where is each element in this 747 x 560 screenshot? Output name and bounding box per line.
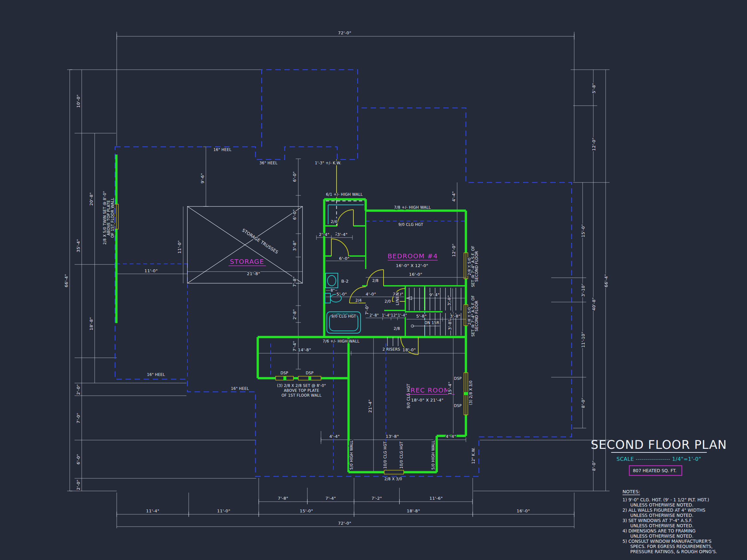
- dim-right-inner-2: 11'-10": [581, 331, 586, 347]
- dim-rec-height: 21'-4": [368, 400, 372, 413]
- note-line-3: UNLESS OTHERWISE NOTED.: [630, 513, 694, 518]
- note-line-6: 4) DIMENSIONS ARE TO FRAMING: [622, 528, 696, 533]
- dim-bottom-main-1: 11'-0": [217, 508, 231, 513]
- dim-stair-r1: 3'-8": [447, 295, 452, 305]
- dim-hallrow-2: 12": [391, 313, 398, 318]
- dimension-lines: [67, 32, 610, 528]
- dim-bath-sink: 6'-0": [339, 256, 350, 261]
- dim-right-col-3: 8'-0": [591, 460, 596, 471]
- dim-right-inner-3: 8'-0": [581, 398, 586, 408]
- drawing-title: SECOND FLOOR PLAN: [591, 438, 727, 452]
- dim-mid-2: 3'-8": [292, 240, 297, 251]
- high-wall-61-note: 6/1 +/- HIGH WALL: [326, 192, 363, 197]
- dim-left-col-2: 35'-4": [76, 239, 81, 252]
- note-line-7: UNLESS OTHERWISE NOTED.: [630, 533, 694, 539]
- dim-rec-bottom-2: 4'-4": [446, 434, 456, 439]
- clg-100a-note: 10/0 CLG HGT: [383, 441, 387, 469]
- storage-room-label: STORAGE: [230, 258, 264, 265]
- dim-stair-bottom: 3'-8": [450, 314, 460, 319]
- note-line-10: PRESSURE RATINGS, & ROUGH OPNG'S.: [630, 549, 717, 554]
- dim-left-col-4: 2'-0": [76, 384, 81, 395]
- dim-left-outer: 66'-4": [64, 274, 69, 288]
- dim-bottom-main-2: 15'-0": [300, 508, 313, 513]
- dim-bottom-sub-2: 7'-2": [371, 496, 382, 501]
- heel-note-c: 16" HEEL: [147, 372, 165, 377]
- kneewall-note-top: 1'-3" +/- K.W.: [315, 161, 341, 165]
- dim-bottom-sub-3: 11'-6": [430, 496, 443, 501]
- cad-floor-plan-canvas: 72'-0" 7'-8" 7'-4" 7'-2" 11'-6" 11'-4" 1…: [0, 0, 747, 560]
- walls: [117, 155, 466, 472]
- bottom-window-note: 2/8 X 3/0: [385, 477, 402, 481]
- notes-heading: NOTES:: [622, 489, 640, 494]
- rec-room-label: REC ROOM: [410, 386, 450, 394]
- dim-mid-3: 7'-8": [292, 276, 297, 287]
- rec-right-window-note: (3) 2/8 X 3/0: [468, 380, 473, 405]
- dim-right-inner-1: 3'-10": [581, 284, 586, 297]
- heel-note-b: 36" HEEL: [259, 161, 278, 165]
- right-window-note-b2: SECOND FLOOR: [474, 300, 479, 331]
- dim-right-col-0: 5'-8": [591, 83, 596, 93]
- dim-bottom-main-0: 11'-4": [146, 508, 159, 513]
- dim-left-col-0: 10'-0": [76, 95, 81, 108]
- dim-right-inner-0: 15'-0": [581, 224, 586, 238]
- right-window-note-a2: SECOND FLOOR: [474, 251, 479, 282]
- dim-bath-0: 5'-0": [337, 292, 347, 296]
- notes-block: NOTES: 1) 9'-0" CLG. HGT. (9' - 1 1/2" P…: [622, 489, 717, 554]
- bedroom-size-label: 16'-0" X 12'-0": [396, 263, 428, 268]
- dsp-label-c: DSP: [454, 376, 462, 381]
- note-line-2: 2) ALL WALLS FIGURED AT 4" WIDTHS: [622, 507, 705, 513]
- dim-hallrow-1: 1'-4": [382, 313, 391, 318]
- dim-hall-height: 7'-0": [364, 304, 369, 315]
- kneewall-12-note: 12" K.W.: [471, 448, 475, 464]
- outer-dimension-labels: 72'-0" 7'-8" 7'-4" 7'-2" 11'-6" 11'-4" 1…: [64, 30, 609, 526]
- dsp-label-a: DSP: [280, 371, 288, 375]
- heated-area-label: 807 HEATED SQ. FT.: [633, 468, 677, 473]
- dim-rec-bottom-1: 13'-8": [386, 434, 399, 439]
- drawing-scale: SCALE ----------------- 1/4"=1'-0": [616, 456, 701, 462]
- dim-stair-top: 9'-4": [429, 292, 440, 297]
- dim-rec-right: 15'-4": [447, 382, 452, 395]
- door-tag-20: 2/0: [385, 299, 391, 304]
- note-line-9: SPECS. FOR EGRESS REQUIREMENTS,: [630, 544, 713, 549]
- dim-rec-bottom-0: 4'-4": [329, 434, 340, 439]
- dim-toilet: 8": [330, 288, 335, 293]
- dim-right-col-1: 12'-0": [591, 138, 596, 151]
- dim-left-col-6: 6'-0": [76, 454, 81, 464]
- dsp-label-d: DSP: [454, 403, 462, 408]
- storage-truss-note: STORAGE TRUSSES: [241, 228, 279, 255]
- dim-stair-r2: 3'-8": [447, 320, 452, 330]
- door-tag-28c: 2/8: [394, 326, 400, 331]
- wing-window-note-2: OF 1ST FLOOR WALL: [281, 393, 321, 398]
- bedroom-clg-note: 9/0 CLG HGT: [398, 222, 423, 227]
- dim-storage-left: 11'-0": [145, 268, 158, 273]
- dim-storage-height: 11'-0": [177, 240, 182, 254]
- high-wall-50b-note: 5/0 HIGH WALL: [431, 440, 435, 470]
- dim-bottom-main-4: 16'-0": [517, 508, 530, 513]
- high-wall-76-note: 7/6 +/- HIGH WALL: [323, 339, 360, 344]
- bath-hall-labels: 6/1 +/- HIGH WALL 2/4 2/8 2'-4" 3'-4" 6'…: [319, 192, 407, 344]
- dim-mid-0: 6'-0": [292, 171, 297, 182]
- title-block: SECOND FLOOR PLAN SCALE ----------------…: [591, 438, 727, 475]
- roof-outline: [115, 70, 572, 476]
- stairs-dn-label: DN 15R: [424, 321, 439, 325]
- dim-stair-left: 5'-8": [416, 314, 427, 319]
- wing-window-note-0: (3) 2/8 X 2/8 SET @ 8'-0": [277, 383, 326, 388]
- dim-top-total: 72'-0": [338, 30, 352, 35]
- door-tag-24a: 2/4: [331, 219, 337, 224]
- dim-bottom-total: 72'-0": [338, 521, 352, 526]
- dim-hall-0: 2'-4": [319, 232, 329, 237]
- door-tag-24b: 2/4: [355, 298, 361, 303]
- dim-wing-width: 14'-8": [298, 347, 311, 352]
- dim-bottom-main-3: 18'-8": [407, 508, 420, 513]
- stairs-risers-label: 2 RISERS: [383, 347, 401, 352]
- dim-hall-1: 3'-4": [337, 232, 347, 237]
- note-line-5: UNLESS OTHERWISE NOTED.: [630, 523, 694, 528]
- clg-100b-note: 10/0 CLG HGT: [399, 441, 404, 469]
- dim-left-col-7: 2'-0": [76, 480, 81, 490]
- dim-right-outer: 66'-4": [604, 274, 609, 288]
- dim-rec-top: 18'-0": [403, 347, 416, 352]
- linen-label: LINEN: [395, 292, 400, 305]
- dim-bedroom-top: 4'-4": [451, 191, 456, 202]
- left-window-note-2: OF 1ST FLOOR WALL: [110, 198, 115, 238]
- floor-plan-drawing: 72'-0" 7'-8" 7'-4" 7'-2" 11'-6" 11'-4" 1…: [0, 0, 747, 560]
